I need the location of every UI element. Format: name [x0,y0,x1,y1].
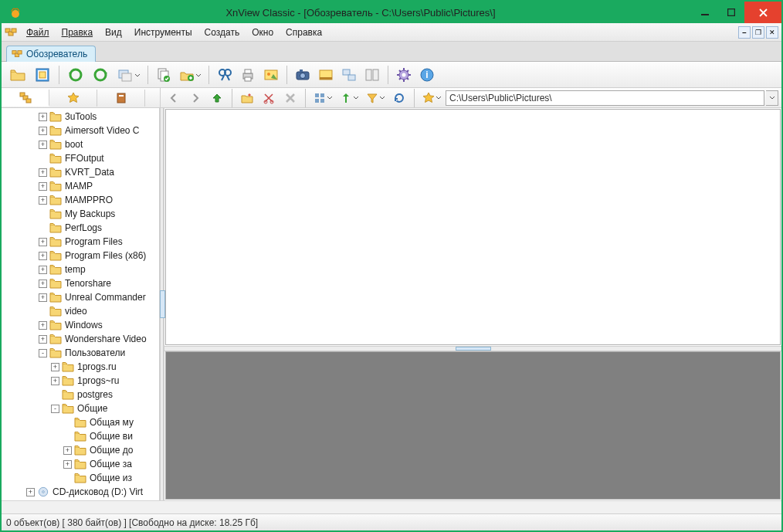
tree-item[interactable]: +Program Files (x86) [2,249,159,263]
nav-back-button[interactable] [164,88,184,108]
cut-button[interactable] [259,88,279,108]
tree-item[interactable]: +1progs~ru [2,374,159,388]
mdi-close-button[interactable]: ✕ [766,26,778,39]
tree-item[interactable]: +1progs.ru [2,360,159,374]
refresh-button[interactable] [389,88,409,108]
tree-item[interactable]: +Aimersoft Video C [2,124,159,137]
tree-item[interactable]: +Общие до [2,443,159,457]
close-button[interactable] [744,2,781,23]
mdi-minimize-button[interactable]: ‒ [738,26,751,39]
expand-icon[interactable]: + [39,280,47,288]
expand-icon[interactable]: + [39,141,47,149]
menu-window[interactable]: Окно [246,25,280,39]
address-input[interactable]: C:\Users\Public\Pictures\ [446,90,764,106]
tree-item[interactable]: Общая му [2,415,159,429]
collapse-icon[interactable]: - [51,405,59,413]
compare-button[interactable] [361,65,383,85]
nav-forward-button[interactable] [185,88,205,108]
maximize-button[interactable] [718,2,744,23]
tree-item[interactable]: +Windows [2,318,159,332]
horizontal-scrollbar[interactable] [2,500,781,513]
print-button[interactable] [237,65,259,85]
tree-item[interactable]: +boot [2,137,159,151]
expand-icon[interactable]: + [39,196,47,205]
tree-item[interactable]: +Unreal Commander [2,290,159,304]
scan-button[interactable] [315,65,337,85]
tree-item[interactable]: +temp [2,263,159,276]
folder-tree[interactable]: +3uTools+Aimersoft Video C+bootFFOutput+… [2,108,159,500]
new-folder-button[interactable] [237,88,257,108]
expand-icon[interactable]: + [39,293,47,302]
tree-item[interactable]: -Пользователи [2,346,159,360]
tree-item[interactable]: video [2,304,159,318]
capture-button[interactable] [292,65,314,85]
menu-tools[interactable]: Инструменты [128,25,198,39]
view-mode-button[interactable] [310,88,335,108]
expand-icon[interactable]: + [39,321,47,330]
menu-create[interactable]: Создать [198,25,246,39]
convert-button[interactable] [114,65,143,85]
expand-icon[interactable]: + [39,266,47,274]
tree-item[interactable]: -Общие [2,402,159,415]
tree-item[interactable]: Общие ви [2,429,159,443]
expand-icon[interactable]: + [39,182,47,191]
tab-browser[interactable]: Обозреватель [6,46,96,62]
favorite-button[interactable] [419,88,444,108]
tree-item[interactable]: +Tenorshare [2,276,159,290]
sidebar-tab-favorites[interactable] [49,90,97,107]
address-dropdown-button[interactable] [766,90,778,106]
sidebar-tab-folders[interactable] [2,90,49,107]
menu-edit[interactable]: Правка [56,25,100,39]
expand-icon[interactable]: + [63,446,72,455]
search-button[interactable] [214,65,236,85]
tree-item[interactable]: +Общие за [2,457,159,471]
tree-item[interactable]: +Program Files [2,235,159,249]
expand-icon[interactable]: + [39,252,47,260]
expand-icon[interactable]: + [51,377,59,385]
fullscreen-button[interactable] [31,65,54,85]
collapse-icon[interactable]: - [39,349,47,357]
horizontal-splitter[interactable] [164,346,781,351]
rotate-ccw-button[interactable] [64,65,87,85]
tree-item-label: Windows [65,320,103,330]
tree-item[interactable]: +Wondershare Video [2,332,159,346]
tree-item[interactable]: Общие из [2,471,159,485]
expand-icon[interactable]: + [39,238,47,246]
vertical-splitter[interactable] [160,108,164,500]
tree-item[interactable]: FFOutput [2,151,159,165]
tree-item[interactable]: +CD-дисковод (D:) Virt [2,485,159,499]
minimize-button[interactable] [692,2,718,23]
expand-icon[interactable]: + [39,168,47,177]
expand-icon[interactable]: + [63,460,72,469]
nav-up-button[interactable] [207,88,227,108]
copy-to-button[interactable] [153,65,175,85]
expand-icon[interactable]: + [39,113,47,121]
menu-help[interactable]: Справка [280,25,328,39]
tree-item[interactable]: +3uTools [2,110,159,124]
expand-icon[interactable]: + [39,335,47,344]
menu-view[interactable]: Вид [99,25,128,39]
expand-icon[interactable]: + [39,127,47,135]
rotate-cw-button[interactable] [89,65,112,85]
move-to-button[interactable] [176,65,204,85]
expand-icon[interactable]: + [51,363,59,371]
expand-icon[interactable]: + [26,488,35,496]
about-button[interactable]: i [416,65,438,85]
open-button[interactable] [6,65,29,85]
settings-button[interactable] [393,65,415,85]
tree-item[interactable]: My Backups [2,207,159,221]
tree-item[interactable]: +KVRT_Data [2,165,159,179]
filter-button[interactable] [363,88,388,108]
tree-item[interactable]: PerfLogs [2,221,159,235]
delete-button[interactable] [280,88,300,108]
file-list[interactable] [165,109,781,345]
menu-file[interactable]: Файл [20,25,56,39]
tree-item[interactable]: postgres [2,388,159,402]
sort-button[interactable] [337,88,361,108]
sidebar-tab-categories[interactable] [97,90,145,107]
batch-rename-button[interactable] [338,65,360,85]
tree-item[interactable]: +MAMP [2,179,159,193]
slideshow-button[interactable] [260,65,282,85]
mdi-restore-button[interactable]: ❐ [752,26,764,39]
tree-item[interactable]: +MAMPPRO [2,193,159,207]
